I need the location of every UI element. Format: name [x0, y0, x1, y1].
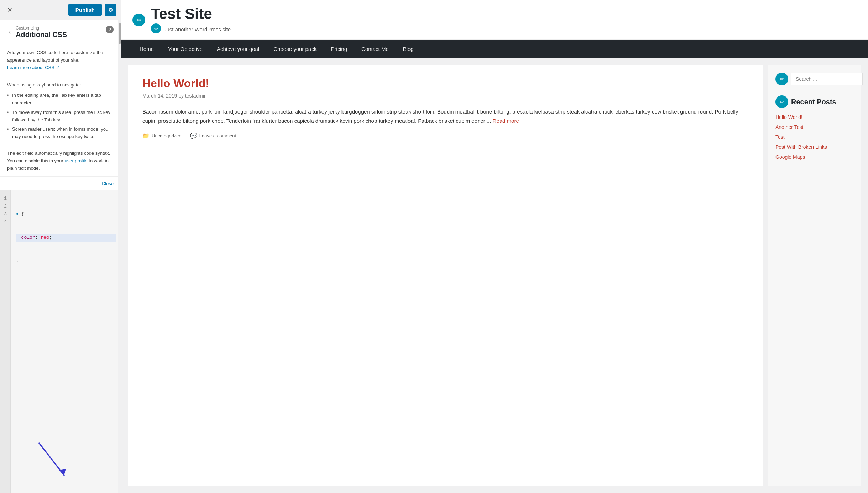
keyboard-nav-title: When using a keyboard to navigate:	[7, 82, 114, 89]
code-line-highlighted: color: red;	[16, 234, 116, 242]
user-profile-link[interactable]: user profile	[64, 158, 87, 163]
recent-post-link[interactable]: Google Maps	[775, 154, 805, 160]
recent-posts-list: Hello World! Another Test Test Post With…	[775, 114, 854, 160]
scrollbar-thumb	[119, 23, 121, 44]
recent-post-link[interactable]: Another Test	[775, 124, 803, 130]
nav-item-pricing[interactable]: Pricing	[324, 40, 354, 58]
post-title: Hello World!	[142, 77, 748, 90]
arrow-annotation	[28, 440, 78, 482]
back-button[interactable]: ‹	[7, 28, 12, 36]
nav-item-home[interactable]: Home	[132, 40, 161, 58]
customizing-label: Customizing	[16, 26, 67, 31]
category-icon: 📁	[142, 132, 150, 139]
recent-posts-header: ✏ Recent Posts	[775, 95, 854, 108]
code-line	[16, 281, 116, 289]
sidebar: ✏ ✏ Recent Posts Hello World! Another Te…	[768, 65, 861, 486]
top-bar: ✕ Publish ⚙	[0, 0, 121, 20]
post-author: testadmin	[185, 93, 207, 99]
recent-posts-edit-icon[interactable]: ✏	[775, 95, 788, 108]
excerpt-text: Bacon ipsum dolor amet pork loin landjae…	[142, 109, 738, 124]
preview-area: ✏ Test Site ✏ Just another WordPress sit…	[121, 0, 868, 493]
recent-post-link[interactable]: Post With Broken Links	[775, 144, 827, 150]
keyboard-nav-list: In the editing area, the Tab key enters …	[7, 92, 114, 141]
keyboard-nav-item: In the editing area, the Tab key enters …	[7, 92, 114, 107]
post-meta: March 14, 2019 by testadmin	[142, 93, 748, 99]
line-number: 1	[4, 195, 7, 203]
site-header: ✏ Test Site ✏ Just another WordPress sit…	[121, 0, 868, 40]
main-content: Hello World! March 14, 2019 by testadmin…	[121, 58, 868, 493]
site-tagline-edit-icon[interactable]: ✏	[151, 23, 161, 33]
search-widget-edit-icon[interactable]: ✏	[775, 73, 788, 85]
gear-button[interactable]: ⚙	[105, 4, 116, 16]
panel-header: ‹ Customizing Additional CSS ?	[0, 20, 121, 43]
read-more-link[interactable]: Read more	[493, 118, 519, 124]
line-number: 2	[4, 203, 7, 210]
line-number: 4	[4, 218, 7, 226]
help-icon[interactable]: ?	[106, 26, 114, 33]
info-text: Add your own CSS code here to customize …	[7, 50, 103, 63]
keyboard-nav-section: When using a keyboard to navigate: In th…	[0, 77, 121, 147]
close-x-button[interactable]: ✕	[4, 5, 15, 15]
customizer-panel: ✕ Publish ⚙ ‹ Customizing Additional CSS…	[0, 0, 121, 493]
svg-line-0	[39, 443, 64, 475]
post-comment-link[interactable]: 💬 Leave a comment	[190, 132, 236, 139]
close-link-button[interactable]: Close	[102, 181, 114, 186]
code-line: }	[16, 257, 116, 265]
learn-more-label: Learn more about CSS	[7, 65, 54, 70]
comment-icon: 💬	[190, 132, 197, 139]
category-label: Uncategorized	[152, 133, 182, 138]
site-nav: Home Your Objective Achieve your goal Ch…	[121, 40, 868, 58]
line-numbers: 1 2 3 4	[0, 190, 11, 493]
line-number: 3	[4, 210, 7, 218]
content-area: Hello World! March 14, 2019 by testadmin…	[128, 65, 763, 486]
keyboard-nav-item: Screen reader users: when in forms mode,…	[7, 126, 114, 141]
site-tagline: Just another WordPress site	[164, 26, 231, 32]
list-item: Post With Broken Links	[775, 144, 854, 150]
search-widget: ✏	[775, 73, 854, 85]
nav-item-achieve-your-goal[interactable]: Achieve your goal	[210, 40, 266, 58]
code-line: a {	[16, 210, 116, 218]
leave-comment-link[interactable]: Leave a comment	[199, 133, 236, 138]
site-title: Test Site	[151, 6, 231, 21]
list-item: Test	[775, 134, 854, 140]
panel-info: Add your own CSS code here to customize …	[0, 43, 121, 77]
keyboard-nav-item: To move away from this area, press the E…	[7, 109, 114, 124]
nav-item-contact-me[interactable]: Contact Me	[354, 40, 396, 58]
extra-info-section: The edit field automatically highlights …	[0, 147, 121, 177]
recent-post-link[interactable]: Hello World!	[775, 114, 802, 120]
publish-button[interactable]: Publish	[68, 4, 102, 16]
panel-scrollbar[interactable]	[118, 20, 121, 493]
list-item: Google Maps	[775, 154, 854, 160]
nav-item-blog[interactable]: Blog	[396, 40, 421, 58]
close-link-row: Close	[0, 177, 121, 190]
post-date: March 14, 2019	[142, 93, 177, 99]
list-item: Hello World!	[775, 114, 854, 120]
post-excerpt: Bacon ipsum dolor amet pork loin landjae…	[142, 107, 748, 125]
svg-marker-1	[59, 469, 66, 475]
learn-more-arrow-icon: ↗	[56, 65, 60, 70]
list-item: Another Test	[775, 124, 854, 130]
nav-item-choose-your-pack[interactable]: Choose your pack	[266, 40, 324, 58]
additional-css-title: Additional CSS	[16, 31, 67, 39]
post-footer: 📁 Uncategorized 💬 Leave a comment	[142, 132, 748, 139]
css-code-editor[interactable]: 1 2 3 4 a { color: red; }	[0, 190, 121, 493]
post-category: 📁 Uncategorized	[142, 132, 182, 139]
learn-more-link[interactable]: Learn more about CSS ↗	[7, 65, 60, 70]
nav-item-your-objective[interactable]: Your Objective	[161, 40, 210, 58]
search-input[interactable]	[791, 73, 863, 85]
recent-posts-title: Recent Posts	[791, 98, 836, 106]
recent-post-link[interactable]: Test	[775, 134, 785, 140]
code-content[interactable]: a { color: red; }	[11, 190, 121, 493]
site-title-edit-icon[interactable]: ✏	[132, 14, 145, 26]
